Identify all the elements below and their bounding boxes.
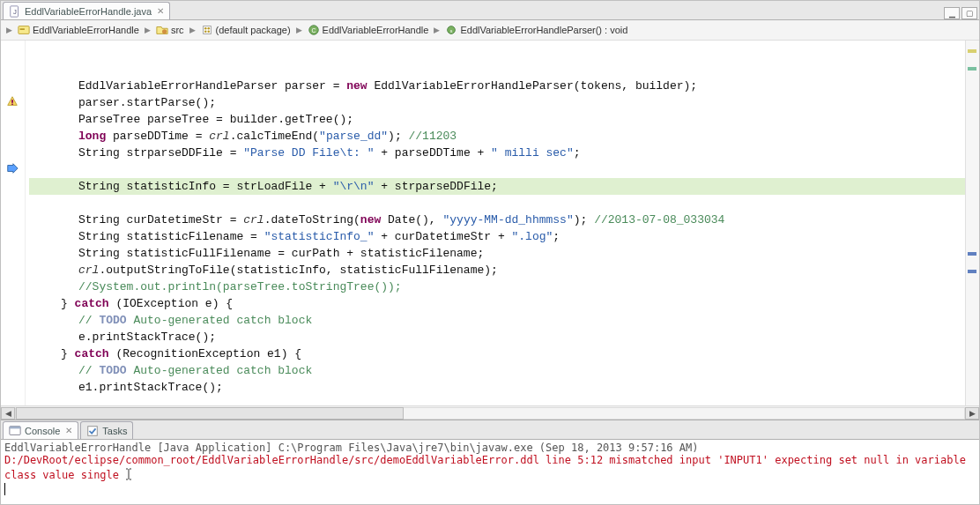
- source-folder-icon: [156, 24, 168, 36]
- breadcrumb-label: EddlVariableErrorHandleParser() : void: [460, 25, 627, 35]
- code-line: parser.startParse();: [29, 96, 216, 109]
- svg-rect-18: [88, 426, 98, 435]
- editor-tab-bar: J EddlVariableErrorHandle.java ✕ ▁ ▢: [1, 1, 979, 20]
- tasks-tab[interactable]: Tasks: [80, 421, 133, 439]
- console-output[interactable]: EddlVariableErrorHandle [Java Applicatio…: [1, 440, 979, 504]
- svg-rect-15: [11, 104, 13, 105]
- instruction-pointer-icon[interactable]: [6, 162, 19, 175]
- svg-point-4: [162, 29, 167, 33]
- java-file-icon: J: [9, 5, 21, 18]
- code-line: [29, 163, 85, 176]
- editor-tab-label: EddlVariableErrorHandle.java: [25, 6, 152, 17]
- console-error-line: D:/DevRoot/eclipse/common_root/EddlVaria…: [4, 454, 976, 481]
- code-scroll-area[interactable]: EddlVariableErrorHandleParser parser = n…: [26, 41, 965, 405]
- editor-tab[interactable]: J EddlVariableErrorHandle.java ✕: [3, 2, 170, 19]
- code-editor[interactable]: EddlVariableErrorHandleParser parser = n…: [1, 41, 979, 405]
- close-icon[interactable]: ✕: [157, 6, 164, 16]
- warning-marker-icon[interactable]: [6, 95, 19, 108]
- console-tab[interactable]: Console ✕: [3, 421, 78, 439]
- code-line: EddlVariableErrorHandleParser parser = n…: [29, 79, 697, 93]
- breadcrumb-label: src: [171, 25, 184, 35]
- breadcrumb-label: EddlVariableErrorHandle: [33, 25, 139, 35]
- breadcrumb-src[interactable]: src: [154, 23, 186, 37]
- code-line: String statisticFullFilename = curPath +…: [29, 247, 484, 260]
- console-caret-line: [4, 483, 5, 495]
- svg-point-7: [207, 27, 210, 30]
- code-line: // TODO Auto-generated catch block: [29, 364, 312, 377]
- chevron-right-icon: ▶: [434, 26, 440, 34]
- svg-rect-17: [10, 426, 20, 428]
- code-line: e1.printStackTrace();: [29, 381, 223, 394]
- code-line: // TODO Auto-generated catch block: [29, 314, 312, 327]
- breadcrumb-label: (default package): [216, 25, 291, 35]
- svg-text:J: J: [13, 7, 17, 15]
- class-icon: C: [308, 24, 320, 36]
- breadcrumb-project[interactable]: EddlVariableErrorHandle: [16, 23, 141, 37]
- breadcrumb-class[interactable]: C EddlVariableErrorHandle: [306, 23, 431, 37]
- execution-line: String statisticInfo = strLoadFile + "\r…: [29, 178, 965, 195]
- ruler-warning-mark[interactable]: [968, 49, 976, 53]
- code-line: ParseTree parseTree = builder.getTree();: [29, 113, 353, 126]
- console-icon: [9, 425, 21, 437]
- console-tab-label: Console: [25, 426, 60, 436]
- scroll-left-button[interactable]: ◀: [1, 407, 15, 420]
- ruler-todo-mark[interactable]: [968, 252, 976, 256]
- chevron-right-icon: ▶: [296, 26, 302, 34]
- scroll-right-button[interactable]: ▶: [965, 407, 979, 420]
- svg-point-9: [207, 30, 210, 33]
- breadcrumb: ▶ EddlVariableErrorHandle ▶ src ▶ (defau…: [1, 20, 979, 41]
- code-line: [29, 63, 85, 76]
- code-line: long parseDDTime = crl.calcTimeEnd("pars…: [29, 130, 457, 143]
- code-line: String strparseDDFile = "Parse DD File\t…: [29, 146, 581, 160]
- tasks-tab-label: Tasks: [102, 426, 127, 436]
- chevron-right-icon: ▶: [145, 26, 151, 34]
- scroll-track[interactable]: [15, 407, 965, 420]
- svg-text:C: C: [311, 27, 316, 33]
- ruler-todo-mark[interactable]: [968, 270, 976, 273]
- chevron-right-icon[interactable]: ▶: [6, 26, 12, 34]
- maximize-button[interactable]: ▢: [961, 7, 977, 19]
- project-icon: [18, 24, 30, 36]
- minimize-button[interactable]: ▁: [944, 7, 960, 19]
- breadcrumb-package[interactable]: (default package): [199, 23, 293, 37]
- chevron-right-icon: ▶: [189, 26, 196, 34]
- console-header: EddlVariableErrorHandle [Java Applicatio…: [4, 442, 976, 454]
- method-icon: s: [445, 24, 457, 36]
- editor-gutter[interactable]: [1, 41, 26, 405]
- code-line: } catch (RecognitionException e1) {: [29, 347, 301, 360]
- editor-window-controls: ▁ ▢: [944, 5, 979, 19]
- code-line: } catch (IOException e) {: [29, 297, 233, 310]
- svg-point-8: [204, 30, 206, 33]
- text-cursor-icon: [125, 468, 132, 480]
- code-line: e.printStackTrace();: [29, 330, 216, 344]
- code-line: String curDatetimeStr = crl.dateToString…: [29, 213, 724, 227]
- code-line: String statisticFilename = "statisticInf…: [29, 230, 560, 243]
- svg-rect-14: [11, 100, 13, 103]
- svg-rect-3: [20, 28, 25, 30]
- code-content: EddlVariableErrorHandleParser parser = n…: [26, 41, 965, 399]
- overview-ruler[interactable]: [965, 41, 979, 405]
- svg-rect-5: [203, 26, 211, 34]
- close-icon[interactable]: ✕: [65, 426, 72, 435]
- svg-point-6: [204, 27, 206, 30]
- ruler-execution-mark[interactable]: [968, 67, 976, 71]
- tasks-icon: [86, 425, 99, 437]
- scroll-thumb[interactable]: [16, 407, 404, 420]
- code-line: //System.out.println(parseTree.toStringT…: [29, 280, 402, 293]
- svg-text:s: s: [450, 28, 453, 33]
- console-panel: Console ✕ Tasks EddlVariableErrorHandle …: [1, 420, 979, 504]
- console-tab-bar: Console ✕ Tasks: [1, 420, 979, 440]
- breadcrumb-label: EddlVariableErrorHandle: [323, 25, 429, 35]
- code-line: crl.outputStringToFile(statisticInfo, st…: [29, 264, 498, 277]
- breadcrumb-method[interactable]: s EddlVariableErrorHandleParser() : void: [443, 23, 629, 37]
- package-icon: [201, 24, 213, 36]
- horizontal-scrollbar[interactable]: ◀ ▶: [1, 405, 979, 420]
